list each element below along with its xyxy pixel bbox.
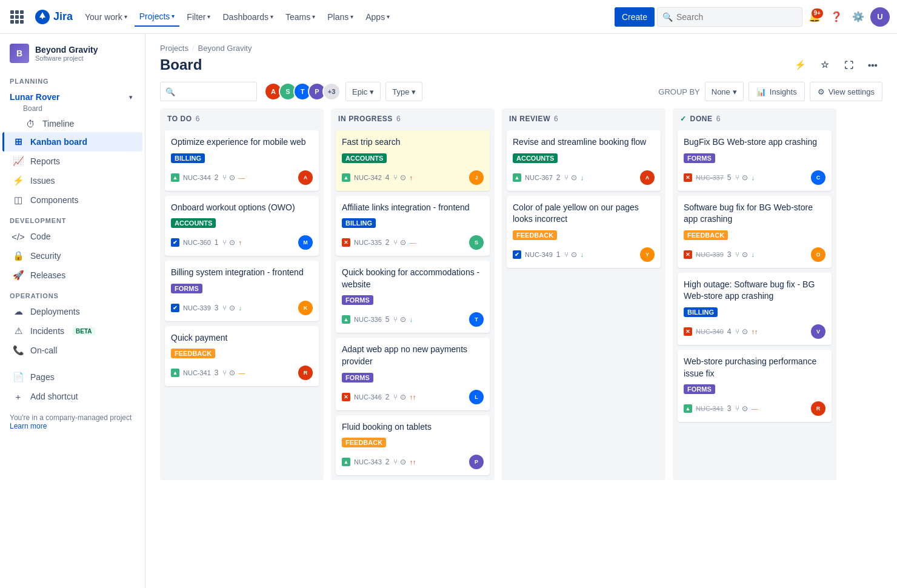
- more-options-btn[interactable]: •••: [863, 55, 882, 75]
- releases-icon: 🚀: [12, 269, 24, 281]
- meta-count: 2: [385, 458, 390, 466]
- help-icon[interactable]: ❓: [827, 7, 846, 27]
- issue-type-icon: ✔: [513, 250, 521, 259]
- main-content: Projects / Beyond Gravity Board ⚡ ☆ ⛶ ••…: [145, 34, 897, 588]
- sidebar-item-issues[interactable]: ⚡ Issues: [2, 171, 142, 190]
- settings-icon[interactable]: ⚙️: [849, 7, 868, 27]
- table-row[interactable]: Affiliate links integration - frontend B…: [336, 196, 490, 256]
- sidebar-item-reports[interactable]: 📈 Reports: [2, 152, 142, 171]
- priority-icon: —: [410, 239, 416, 246]
- filter-search-input[interactable]: [179, 87, 252, 96]
- card-meta: ✔ NUC-360 1 ⑂ ⊙ ↑ M: [171, 235, 313, 250]
- table-row[interactable]: Onboard workout options (OWO) ACCOUNTS ✔…: [165, 196, 319, 256]
- table-row[interactable]: Fluid booking on tablets FEEDBACK ▲ NUC-…: [336, 415, 490, 476]
- dashboards-nav[interactable]: Dashboards ▾: [218, 7, 278, 27]
- your-work-nav[interactable]: Your work ▾: [80, 7, 132, 27]
- plans-nav[interactable]: Plans ▾: [322, 7, 358, 27]
- expand-icon-btn[interactable]: ⛶: [839, 55, 858, 75]
- code-icon: </>: [12, 230, 24, 242]
- table-row[interactable]: Quick payment FEEDBACK ▲ NUC-341 3 ⑂ ⊙ —…: [165, 326, 319, 387]
- learn-more-link[interactable]: Learn more: [10, 422, 47, 430]
- priority-icon: —: [752, 405, 758, 412]
- cards-container: Optimize experience for mobile web BILLI…: [160, 128, 324, 391]
- meta-count: 3: [727, 250, 732, 259]
- sidebar-item-releases[interactable]: 🚀 Releases: [2, 266, 142, 285]
- search-box[interactable]: 🔍: [657, 7, 802, 27]
- apps-grid-icon[interactable]: [7, 7, 27, 27]
- commit-icon: ⊙: [400, 238, 406, 247]
- priority-icon: ↑: [410, 174, 413, 181]
- card-avatar: T: [469, 312, 484, 327]
- table-row[interactable]: Adapt web app no new payments provider F…: [336, 338, 490, 410]
- table-row[interactable]: High outage: Software bug fix - BG Web-s…: [678, 273, 832, 345]
- sidebar-item-oncall[interactable]: 📞 On-call: [2, 341, 142, 360]
- incidents-icon: ⚠: [12, 325, 24, 337]
- create-button[interactable]: Create: [615, 7, 655, 27]
- sidebar-item-kanban[interactable]: ⊞ Kanban board: [2, 132, 142, 152]
- table-row[interactable]: Color of pale yellow on our pages looks …: [507, 196, 661, 268]
- cards-container: Fast trip search ACCOUNTS ▲ NUC-342 4 ⑂ …: [331, 128, 495, 480]
- card-title: Revise and streamline booking flow: [513, 136, 655, 149]
- table-row[interactable]: Quick booking for accommodations - websi…: [336, 261, 490, 333]
- avatar-filter-more[interactable]: +3: [322, 82, 341, 101]
- commit-icon: ⊙: [400, 173, 406, 182]
- label-tag: BILLING: [684, 307, 718, 317]
- apps-nav[interactable]: Apps ▾: [361, 7, 395, 27]
- sidebar-item-timeline[interactable]: ⏱ Timeline: [2, 115, 142, 132]
- projects-nav[interactable]: Projects ▾: [135, 7, 180, 27]
- planning-section-label: Planning: [0, 70, 145, 87]
- issue-type-icon: ▲: [171, 173, 179, 182]
- branch-icon: ⑂: [735, 404, 739, 413]
- user-avatar[interactable]: U: [870, 7, 890, 27]
- sidebar-item-security[interactable]: 🔒 Security: [2, 246, 142, 266]
- notifications-icon[interactable]: 🔔 9+: [805, 7, 824, 27]
- sidebar-item-deployments[interactable]: ☁ Deployments: [2, 302, 142, 321]
- column-title: IN REVIEW: [509, 115, 550, 123]
- table-row[interactable]: BugFix BG Web-store app crashing FORMS ✕…: [678, 130, 832, 191]
- card-title: Adapt web app no new payments provider: [342, 344, 484, 367]
- search-input[interactable]: [676, 12, 797, 22]
- none-dropdown[interactable]: None ▾: [705, 82, 744, 101]
- sidebar-item-code[interactable]: </> Code: [2, 227, 142, 246]
- column-header: TO DO 6: [160, 109, 324, 128]
- label-tag: ACCOUNTS: [171, 218, 216, 228]
- issue-id: NUC-336: [354, 316, 382, 323]
- table-row[interactable]: Revise and streamline booking flow ACCOU…: [507, 130, 661, 191]
- card-avatar: V: [811, 324, 825, 339]
- notification-badge: 9+: [812, 8, 823, 18]
- view-settings-button[interactable]: ⚙ View settings: [810, 82, 882, 101]
- logo[interactable]: Jira: [34, 8, 73, 25]
- priority-icon: —: [239, 369, 245, 376]
- card-avatar: L: [469, 390, 484, 404]
- table-row[interactable]: Optimize experience for mobile web BILLI…: [165, 130, 319, 191]
- epic-dropdown[interactable]: Epic ▾: [345, 82, 381, 101]
- star-icon-btn[interactable]: ☆: [815, 55, 834, 75]
- label-tag: BILLING: [342, 218, 376, 228]
- kanban-icon: ⊞: [12, 136, 24, 148]
- sidebar-item-pages[interactable]: 📄 Pages: [2, 367, 142, 387]
- filter-nav[interactable]: Filter ▾: [182, 7, 215, 27]
- table-row[interactable]: Web-store purchasing performance issue f…: [678, 350, 832, 422]
- table-row[interactable]: Billing system integration - frontend FO…: [165, 261, 319, 321]
- sidebar-item-incidents[interactable]: ⚠ Incidents BETA: [2, 321, 142, 341]
- filter-search[interactable]: 🔍: [160, 82, 257, 101]
- meta-count: 2: [385, 393, 390, 401]
- security-icon: 🔒: [12, 250, 24, 262]
- project-header[interactable]: B Beyond Gravity Software project: [0, 34, 145, 70]
- type-dropdown[interactable]: Type ▾: [385, 82, 422, 101]
- breadcrumb-projects-link[interactable]: Projects: [160, 44, 188, 53]
- card-title: Fast trip search: [342, 136, 484, 149]
- insights-button[interactable]: 📊 Insights: [749, 82, 805, 101]
- teams-nav[interactable]: Teams ▾: [281, 7, 320, 27]
- sidebar-item-components[interactable]: ◫ Components: [2, 190, 142, 210]
- sidebar-item-add-shortcut[interactable]: + Add shortcut: [2, 387, 142, 406]
- meta-count: 1: [556, 250, 561, 259]
- table-row[interactable]: Fast trip search ACCOUNTS ▲ NUC-342 4 ⑂ …: [336, 130, 490, 191]
- priority-icon: ↓: [752, 174, 755, 181]
- meta-icons: ⑂ ⊙: [222, 173, 235, 182]
- lunar-rover-header[interactable]: Lunar Rover ▾: [7, 90, 135, 104]
- table-row[interactable]: Software bug fix for BG Web-store app cr…: [678, 196, 832, 268]
- priority-icon: ↑: [239, 239, 242, 246]
- lightning-icon-btn[interactable]: ⚡: [790, 55, 810, 75]
- components-icon: ◫: [12, 194, 24, 206]
